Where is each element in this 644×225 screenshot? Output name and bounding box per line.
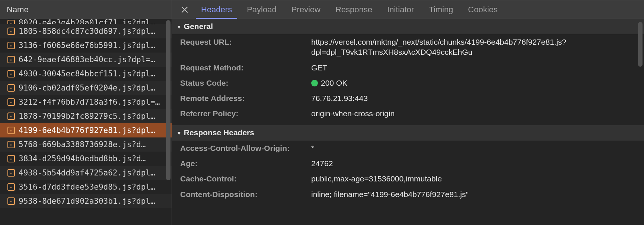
tab-payload[interactable]: Payload [239, 0, 284, 19]
svg-text:⇔: ⇔ [10, 199, 12, 203]
kv-key: Remote Address: [180, 93, 311, 103]
kv-key: Age: [180, 158, 311, 168]
js-file-icon: ⇔ [7, 84, 15, 92]
request-row[interactable]: ⇔ 8020-e4e3e4b28a01cf71.js?dpl… [0, 19, 172, 24]
js-file-icon: ⇔ [7, 20, 15, 24]
svg-text:⇔: ⇔ [10, 72, 12, 76]
kv-value: public,max-age=31536000,immutable [311, 174, 636, 184]
js-file-icon: ⇔ [7, 141, 15, 148]
request-list-panel: Name ⇔ 8020-e4e3e4b28a01cf71.js?dpl… ⇔ 1… [0, 0, 172, 225]
detail-scroll: ▼ General Request URL:https://vercel.com… [172, 19, 644, 225]
kv-value: 76.76.21.93:443 [311, 93, 636, 103]
disclosure-triangle-icon: ▼ [176, 130, 182, 136]
request-row[interactable]: ⇔ 9538-8de671d902a303b1.js?dpl… [0, 194, 172, 208]
disclosure-triangle-icon: ▼ [176, 24, 182, 30]
section-general-body: Request URL:https://vercel.com/mktng/_ne… [172, 34, 644, 121]
request-row[interactable]: ⇔ 1805-858dc4c87c30d697.js?dpl… [0, 24, 172, 38]
svg-text:⇔: ⇔ [10, 86, 12, 90]
devtools-network-panel: Name ⇔ 8020-e4e3e4b28a01cf71.js?dpl… ⇔ 1… [0, 0, 644, 225]
tab-headers[interactable]: Headers [194, 0, 239, 19]
request-row-label: 1878-70199b2fc89279c5.js?dpl… [19, 112, 164, 121]
kv-key: Access-Control-Allow-Origin: [180, 143, 311, 153]
request-row[interactable]: ⇔ 5768-669ba3388736928e.js?d… [0, 137, 172, 152]
kv-row: Age:24762 [172, 156, 644, 171]
column-header-name-label: Name [7, 5, 29, 15]
js-file-icon: ⇔ [7, 70, 15, 77]
kv-key: Status Code: [180, 78, 311, 88]
kv-row: Referrer Policy:origin-when-cross-origin [172, 106, 644, 121]
status-ok-icon [311, 80, 318, 86]
request-row[interactable]: ⇔ 3212-f4f76bb7d718a3f6.js?dpl=… [0, 95, 172, 109]
svg-text:⇔: ⇔ [10, 114, 12, 118]
request-row-label: 3516-d7dd3fdee53e9d85.js?dpl… [19, 183, 164, 191]
js-file-icon: ⇔ [7, 28, 15, 35]
request-row[interactable]: ⇔ 1878-70199b2fc89279c5.js?dpl… [0, 109, 172, 123]
tab-cookies[interactable]: Cookies [460, 0, 505, 19]
kv-value: GET [311, 63, 636, 73]
kv-key: Request Method: [180, 63, 311, 73]
kv-key: Content-Disposition: [180, 189, 311, 199]
kv-value: * [311, 143, 636, 153]
request-row-label: 1805-858dc4c87c30d697.js?dpl… [19, 27, 164, 36]
tab-response[interactable]: Response [328, 0, 380, 19]
request-row[interactable]: ⇔ 3834-d259d94b0edbd8bb.js?d… [0, 152, 172, 166]
svg-text:⇔: ⇔ [10, 143, 12, 147]
scrollbar-track[interactable] [638, 20, 643, 224]
js-file-icon: ⇔ [7, 197, 15, 205]
kv-value: 200 OK [311, 78, 636, 88]
request-row[interactable]: ⇔ 3136-f6065e66e76b5991.js?dpl… [0, 38, 172, 53]
js-file-icon: ⇔ [7, 169, 15, 177]
kv-row: Request Method:GET [172, 60, 644, 75]
request-row[interactable]: ⇔ 4938-5b54dd9af4725a62.js?dpl… [0, 166, 172, 180]
js-file-icon: ⇔ [7, 112, 15, 120]
kv-value: inline; filename="4199-6e4b4b776f927e81.… [311, 189, 636, 199]
svg-text:⇔: ⇔ [10, 22, 12, 24]
request-row-label: 642-9eaef46883eb40cc.js?dpl=… [19, 55, 164, 64]
tab-timing[interactable]: Timing [421, 0, 460, 19]
request-row[interactable]: ⇔ 642-9eaef46883eb40cc.js?dpl=… [0, 53, 172, 67]
scrollbar-thumb[interactable] [638, 22, 643, 67]
request-row[interactable]: ⇔ 4930-30045ec84bbcf151.js?dpl… [0, 67, 172, 81]
svg-text:⇔: ⇔ [10, 129, 12, 133]
request-row[interactable]: ⇔ 3516-d7dd3fdee53e9d85.js?dpl… [0, 180, 172, 194]
kv-row: Remote Address:76.76.21.93:443 [172, 91, 644, 106]
kv-row: Content-Disposition:inline; filename="41… [172, 187, 644, 202]
section-response-title: Response Headers [184, 128, 254, 137]
section-general-header[interactable]: ▼ General [172, 19, 644, 34]
kv-value: origin-when-cross-origin [311, 108, 636, 118]
request-row[interactable]: ⇔ 4199-6e4b4b776f927e81.js?dpl… [0, 123, 172, 137]
svg-text:⇔: ⇔ [10, 29, 12, 34]
request-row-label: 4938-5b54dd9af4725a62.js?dpl… [19, 168, 164, 177]
kv-key: Request URL: [180, 37, 311, 57]
scrollbar-thumb[interactable] [166, 20, 170, 180]
kv-row: Access-Control-Allow-Origin:* [172, 140, 644, 156]
request-detail-panel: HeadersPayloadPreviewResponseInitiatorTi… [172, 0, 644, 225]
section-general-title: General [184, 22, 213, 31]
tab-initiator[interactable]: Initiator [380, 0, 421, 19]
close-icon [181, 6, 188, 13]
tab-preview[interactable]: Preview [284, 0, 328, 19]
js-file-icon: ⇔ [7, 127, 15, 134]
close-button[interactable] [176, 0, 194, 19]
js-file-icon: ⇔ [7, 42, 15, 49]
request-row[interactable]: ⇔ 9106-cb02adf05ef0204e.js?dpl… [0, 81, 172, 95]
kv-row: Status Code:200 OK [172, 75, 644, 91]
svg-text:⇔: ⇔ [10, 44, 12, 48]
js-file-icon: ⇔ [7, 98, 15, 106]
section-response-body: Access-Control-Allow-Origin:*Age:24762Ca… [172, 140, 644, 202]
svg-text:⇔: ⇔ [10, 171, 12, 175]
svg-text:⇔: ⇔ [10, 157, 12, 161]
kv-key: Cache-Control: [180, 174, 311, 184]
request-row-label: 5768-669ba3388736928e.js?d… [19, 140, 164, 149]
request-row-label: 3212-f4f76bb7d718a3f6.js?dpl=… [19, 98, 164, 107]
request-row-label: 4199-6e4b4b776f927e81.js?dpl… [19, 126, 164, 135]
scrollbar-track[interactable] [166, 20, 170, 224]
request-row-label: 9106-cb02adf05ef0204e.js?dpl… [19, 83, 164, 92]
section-response-header[interactable]: ▼ Response Headers [172, 125, 644, 140]
svg-text:⇔: ⇔ [10, 100, 12, 104]
kv-row: Cache-Control:public,max-age=31536000,im… [172, 171, 644, 186]
js-file-icon: ⇔ [7, 183, 15, 191]
column-header-name[interactable]: Name [0, 0, 172, 19]
js-file-icon: ⇔ [7, 155, 15, 162]
request-row-label: 4930-30045ec84bbcf151.js?dpl… [19, 69, 164, 78]
